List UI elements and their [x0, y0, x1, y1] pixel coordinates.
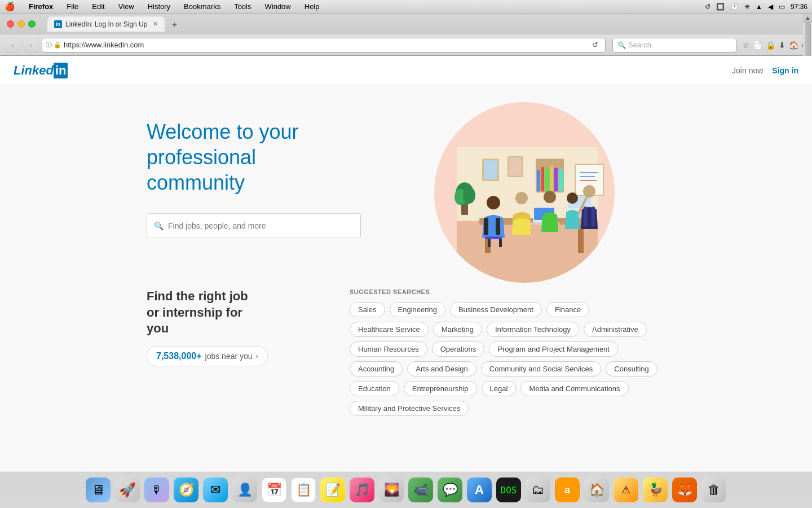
search-tag[interactable]: Sales — [350, 302, 385, 317]
dock-terminal[interactable]: DOS — [495, 476, 522, 503]
dock-duck[interactable]: 🦆 — [642, 476, 669, 503]
hero-left: Welcome to your professional community 🔍 — [147, 108, 383, 283]
search-tag[interactable]: Legal — [482, 381, 517, 396]
dock-messages[interactable]: 💬 — [436, 476, 464, 503]
active-tab[interactable]: in LinkedIn: Log In or Sign Up ✕ — [47, 16, 165, 32]
search-tag[interactable]: Entrepreneurship — [404, 381, 477, 396]
address-bar[interactable]: ⓘ 🔒 https://www.linkedin.com ↺ — [42, 38, 606, 52]
join-now-link[interactable]: Join now — [732, 66, 763, 75]
logo-text-linked: Linked — [14, 63, 54, 78]
back-button[interactable]: ‹ — [6, 38, 20, 52]
dock-amazon[interactable]: a — [554, 476, 581, 503]
search-tag[interactable]: Community and Social Services — [481, 361, 602, 376]
dock-facetime[interactable]: 📹 — [407, 476, 434, 503]
jobs-count-text: jobs near you — [205, 352, 253, 361]
dock-music[interactable]: 🎵 — [348, 476, 376, 503]
url-text[interactable]: https://www.linkedin.com — [64, 41, 586, 49]
search-tag[interactable]: Administrative — [584, 322, 647, 337]
dock-notes[interactable]: 📝 — [319, 476, 346, 503]
search-tag[interactable]: Media and Communications — [520, 381, 628, 396]
dock-files[interactable]: 🗂 — [524, 476, 551, 503]
menu-view[interactable]: View — [116, 2, 136, 11]
logo-in-box: in — [54, 63, 68, 78]
search-tag[interactable]: Healthcare Service — [350, 322, 429, 337]
suggested-searches: SUGGESTED SEARCHES SalesEngineeringBusin… — [350, 283, 665, 416]
dock-appstore[interactable]: A — [466, 476, 493, 503]
menubar-battery: ▭ — [779, 3, 785, 11]
dock-photos[interactable]: 🌄 — [378, 476, 405, 503]
home-icon[interactable]: 🏠 — [789, 41, 798, 50]
search-tag[interactable]: Education — [350, 381, 399, 396]
forward-button[interactable]: › — [24, 38, 38, 52]
apple-menu[interactable]: 🍎 — [5, 2, 15, 12]
main-search-input[interactable] — [168, 221, 354, 230]
svg-rect-36 — [488, 239, 491, 247]
dock-calendar[interactable]: 📅 — [261, 476, 288, 503]
dock-contacts[interactable]: 👤 — [231, 476, 258, 503]
download-icon[interactable]: ⬇ — [779, 41, 785, 50]
svg-point-17 — [463, 187, 475, 204]
menu-bookmarks[interactable]: Bookmarks — [182, 2, 223, 11]
browser-titlebar: in LinkedIn: Log In or Sign Up ✕ + — [0, 14, 812, 34]
svg-point-43 — [567, 192, 578, 204]
minimize-button[interactable] — [17, 20, 25, 28]
svg-rect-9 — [541, 167, 544, 191]
dock-finder[interactable]: 🖥 — [85, 476, 112, 503]
tab-close-button[interactable]: ✕ — [153, 20, 158, 28]
reader-view-icon[interactable]: 📄 — [753, 41, 762, 50]
dock-warning[interactable]: ⚠ — [612, 476, 639, 503]
search-tag[interactable]: Military and Protective Services — [350, 401, 469, 416]
menubar-bluetooth: ✳ — [744, 3, 750, 11]
svg-rect-13 — [559, 169, 563, 191]
search-tag[interactable]: Information Technology — [487, 322, 579, 337]
dock-reminders[interactable]: 📋 — [290, 476, 317, 503]
menu-edit[interactable]: Edit — [90, 2, 107, 11]
search-tag[interactable]: Operations — [432, 341, 485, 357]
jobs-count-pill[interactable]: 7,538,000+ jobs near you › — [147, 346, 268, 366]
menu-history[interactable]: History — [145, 2, 173, 11]
menu-tools[interactable]: Tools — [232, 2, 253, 11]
pocket-icon[interactable]: 🔒 — [766, 41, 775, 50]
dock-siri[interactable]: 🎙 — [143, 476, 170, 503]
dock-mail[interactable]: ✉ — [202, 476, 229, 503]
search-tag[interactable]: Arts and Design — [407, 361, 476, 376]
linkedin-navbar: Linkedin Join now Sign in — [0, 56, 812, 85]
menubar-volume: ◀ — [768, 3, 773, 11]
main-search-box[interactable]: 🔍 — [147, 213, 361, 238]
hero-line-1: Welcome to your — [147, 120, 298, 143]
maximize-button[interactable] — [28, 20, 36, 28]
browser-search-placeholder: Search — [628, 41, 651, 49]
scrollbar-up-button[interactable]: ▲ — [804, 14, 812, 23]
svg-rect-10 — [545, 169, 549, 191]
close-button[interactable] — [7, 20, 14, 28]
search-tag[interactable]: Program and Project Management — [489, 341, 618, 357]
new-tab-button[interactable]: + — [167, 18, 181, 32]
svg-point-45 — [586, 192, 590, 196]
dock-home2[interactable]: 🏠 — [583, 476, 610, 503]
security-info-icon[interactable]: ⓘ — [46, 41, 52, 49]
search-tag[interactable]: Consulting — [606, 361, 657, 376]
dock-safari[interactable]: 🧭 — [173, 476, 200, 503]
bookmark-star-icon[interactable]: ☆ — [742, 41, 749, 50]
search-tag[interactable]: Business Development — [450, 302, 542, 317]
linkedin-logo[interactable]: Linkedin — [14, 63, 68, 78]
svg-point-32 — [487, 196, 500, 209]
search-tag[interactable]: Marketing — [433, 322, 482, 337]
refresh-button[interactable]: ↺ — [589, 39, 602, 51]
browser-search-bar[interactable]: 🔍 Search — [612, 38, 736, 52]
menu-firefox[interactable]: Firefox — [27, 2, 55, 11]
svg-rect-42 — [592, 207, 595, 226]
menu-help[interactable]: Help — [302, 2, 322, 11]
svg-rect-8 — [537, 170, 540, 191]
dock-trash[interactable]: 🗑 — [700, 476, 727, 503]
search-tag[interactable]: Engineering — [390, 302, 445, 317]
svg-rect-41 — [584, 207, 587, 226]
dock-launchpad[interactable]: 🚀 — [114, 476, 141, 503]
search-tag[interactable]: Accounting — [350, 361, 403, 376]
search-tag[interactable]: Human Resources — [350, 341, 427, 357]
search-tag[interactable]: Finance — [546, 302, 589, 317]
menu-window[interactable]: Window — [263, 2, 293, 11]
sign-in-link[interactable]: Sign in — [772, 66, 798, 75]
dock-firefox[interactable]: 🦊 — [671, 476, 698, 503]
menu-file[interactable]: File — [64, 2, 81, 11]
